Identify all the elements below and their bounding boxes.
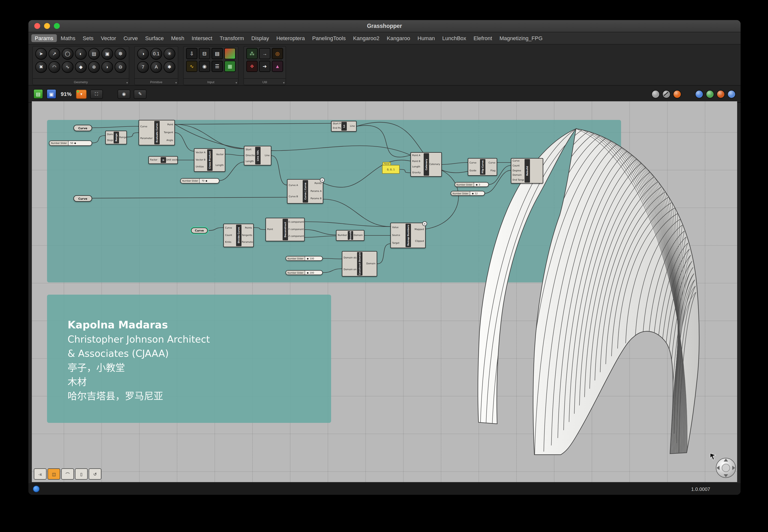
input-port[interactable]: Unitize [195, 166, 207, 168]
wire[interactable] [305, 222, 390, 227]
output-port[interactable]: Line [347, 125, 356, 127]
wire[interactable] [92, 197, 287, 198]
output-port[interactable]: Angle [160, 139, 174, 142]
input-port[interactable]: Start Point [332, 123, 341, 125]
input-port[interactable]: Vector A [195, 152, 207, 154]
tab-heteroptera[interactable]: Heteroptera [273, 34, 308, 42]
output-port[interactable]: Line [261, 154, 271, 157]
node-line[interactable]: Start PointEnd PointLnLine [331, 121, 357, 132]
output-port[interactable]: Unit vector [166, 159, 177, 161]
input-port[interactable]: Domain [511, 174, 524, 177]
wire[interactable] [175, 123, 331, 124]
output-port[interactable]: Z component [288, 235, 304, 238]
input-port[interactable]: Curve [468, 162, 479, 164]
arc-curve-icon[interactable]: ◠ [48, 61, 60, 73]
shaded-preview-icon[interactable] [652, 90, 660, 98]
status-info-icon[interactable] [33, 486, 40, 492]
tab-surface[interactable]: Surface [142, 34, 167, 42]
complex-icon[interactable]: ✳ [163, 48, 175, 60]
input-port[interactable]: Parameter [139, 137, 153, 140]
output-port[interactable]: Range [119, 136, 126, 139]
tree-icon[interactable]: ⁂ [246, 48, 258, 59]
wire[interactable] [254, 228, 266, 230]
node-curve-2[interactable]: Curve [73, 195, 92, 202]
input-port[interactable]: Source [391, 234, 405, 237]
wire[interactable] [92, 136, 105, 143]
node-rebuild-curve[interactable]: CurveCountDegreeDomainEnd TangentRebuild [511, 158, 543, 184]
galapagos-icon[interactable]: ▲ [272, 61, 283, 72]
point-icon[interactable]: ➤ [35, 48, 47, 60]
node-slider-3[interactable]: Number Slider◆3 [454, 182, 489, 187]
input-port[interactable]: Target [391, 242, 405, 244]
wire[interactable] [323, 199, 390, 227]
slider-knob[interactable]: ◆ [206, 180, 208, 182]
input-port[interactable]: Count [511, 165, 524, 167]
output-port[interactable]: Clipped [411, 240, 425, 243]
cherry-picker-icon[interactable]: ❖ [246, 61, 258, 72]
tab-transform[interactable]: Transform [216, 34, 247, 42]
node-curve-1[interactable]: Curve [73, 125, 92, 131]
view-trackball[interactable] [715, 457, 737, 479]
output-port[interactable]: Domain [353, 234, 364, 237]
zoom-dropdown[interactable]: ▾ [76, 89, 87, 99]
node-remap-numbers[interactable]: ValueSourceTargetRemap NumbersMappedClip… [390, 223, 426, 248]
slider-track[interactable]: ◆100 [305, 256, 322, 260]
paint-canvas-button[interactable]: ✎ [134, 89, 146, 99]
box-icon[interactable]: ▣ [101, 48, 113, 60]
input-port[interactable]: Direction [245, 154, 255, 157]
number-slider-icon[interactable]: ⊟ [199, 48, 210, 59]
input-port[interactable]: Curve [511, 160, 524, 163]
input-port[interactable]: Kinks [224, 241, 235, 244]
output-port[interactable]: Curve [486, 162, 497, 164]
output-port[interactable]: Params B [308, 198, 323, 200]
blue-settings-icon[interactable] [727, 90, 736, 98]
node-cross-product[interactable]: Vector AVector BUnitizeCross ProductVect… [194, 148, 225, 172]
output-port[interactable]: Point [160, 124, 174, 126]
save-file-button[interactable]: ▣ [46, 89, 56, 99]
canvas[interactable]: CurveNumber Slider50◆DomainStepsRangeRan… [32, 101, 737, 482]
knob-icon[interactable]: ◉ [199, 61, 210, 72]
slider-knob[interactable]: ◆ [472, 192, 474, 195]
graph-mapper-icon[interactable]: ∿ [186, 61, 198, 72]
slider-knob[interactable]: ◆ [307, 257, 309, 260]
node-line-sdl[interactable]: StartDirectionLengthLine SDLLine [244, 146, 271, 165]
surface-icon[interactable]: ◆ [75, 61, 87, 73]
integer-icon[interactable]: 7 [137, 61, 149, 73]
wire[interactable] [357, 126, 410, 157]
input-port[interactable]: Point B [411, 161, 423, 163]
input-port[interactable]: Guide [468, 170, 479, 172]
input-port[interactable]: Domain start [342, 257, 356, 259]
output-port[interactable]: Parameters [242, 241, 253, 244]
tab-lunchbox[interactable]: LunchBox [439, 34, 470, 42]
wire[interactable] [323, 269, 342, 273]
colour-icon[interactable]: ◑ [137, 48, 149, 60]
input-port[interactable]: Point A [411, 155, 423, 157]
tab-elefront[interactable]: Elefront [470, 34, 496, 42]
node-panel[interactable]: Panel0, 0, 1 [382, 165, 400, 174]
input-port[interactable]: Point [266, 228, 282, 231]
input-port[interactable]: End Tangent [511, 179, 524, 182]
tab-params[interactable]: Params [31, 34, 57, 42]
output-port[interactable]: Tangent [160, 131, 174, 134]
input-port[interactable]: Vector B [195, 159, 207, 161]
tab-kangaroo2[interactable]: Kangaroo2 [350, 34, 383, 42]
matrix-icon[interactable]: ✱ [163, 61, 175, 73]
output-port[interactable]: Domain [363, 263, 377, 265]
output-port[interactable]: Vector [213, 153, 225, 156]
node-slider-70[interactable]: Number Slider70◆ [180, 178, 220, 184]
slider-knob[interactable]: ◆ [307, 271, 309, 274]
wire[interactable] [92, 126, 138, 128]
output-port[interactable]: Params A [308, 190, 323, 193]
number-icon[interactable]: 0.1 [150, 48, 162, 60]
input-port[interactable]: Curve [139, 126, 153, 128]
digit-scroller-icon[interactable]: ☰ [212, 61, 223, 72]
panel-quick-icon[interactable]: ▯ [75, 468, 88, 480]
output-port[interactable]: Tangents [242, 234, 253, 237]
output-port[interactable]: Length [213, 164, 225, 167]
wire[interactable] [400, 169, 410, 173]
input-port[interactable]: Factor [149, 159, 160, 161]
text-icon[interactable]: A [150, 61, 162, 73]
node-slider-12[interactable]: Number Slider◆12 [451, 191, 485, 196]
close-button[interactable] [34, 23, 40, 29]
node-slider-100[interactable]: Number Slider◆100 [286, 256, 323, 261]
